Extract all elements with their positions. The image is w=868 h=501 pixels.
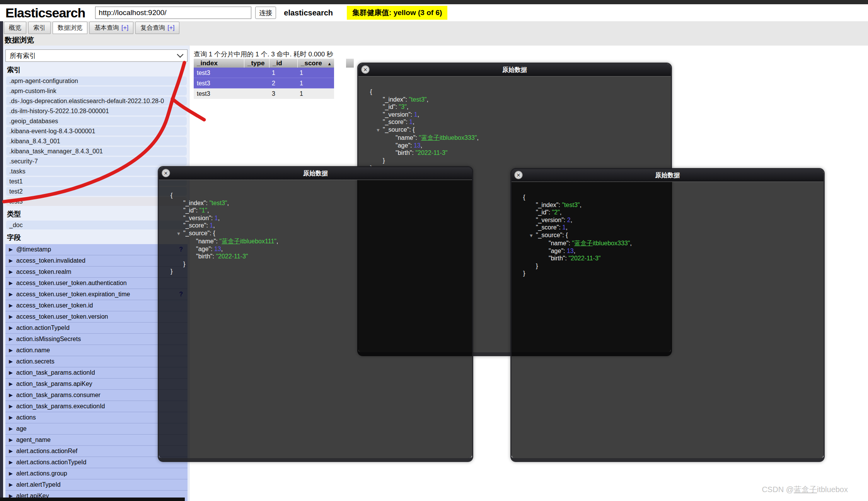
tab-compound-query[interactable]: 复合查询[+] bbox=[135, 22, 179, 34]
triangle-right-icon[interactable]: ▶ bbox=[9, 401, 13, 412]
dialog-title-bar[interactable]: ✕ 原始数据 bbox=[512, 169, 824, 182]
table-cell[interactable]: test3 bbox=[194, 88, 244, 99]
triangle-right-icon[interactable]: ▶ bbox=[9, 356, 13, 367]
table-cell[interactable]: 1 bbox=[297, 68, 333, 78]
raw-json-view: {"_index": "test3","_id": "2","_version"… bbox=[512, 182, 824, 458]
json-token: "2022-11-3" bbox=[216, 253, 248, 260]
triangle-right-icon[interactable]: ▶ bbox=[9, 423, 13, 434]
field-name: action_task_params.executionId bbox=[16, 403, 105, 409]
connect-button[interactable]: 连接 bbox=[255, 7, 276, 19]
json-token: "_version": bbox=[383, 111, 414, 118]
json-token: "_id": bbox=[383, 104, 399, 110]
index-item[interactable]: .kibana_8.4.3_001 bbox=[6, 137, 187, 146]
json-line: "_version": 1, bbox=[358, 111, 664, 119]
table-cell[interactable] bbox=[244, 78, 269, 88]
triangle-right-icon[interactable]: ▶ bbox=[9, 446, 13, 457]
json-token: "birth": bbox=[549, 255, 568, 262]
triangle-right-icon[interactable]: ▶ bbox=[9, 468, 13, 479]
index-item[interactable]: .ds-ilm-history-5-2022.10.28-000001 bbox=[6, 107, 187, 115]
table-cell[interactable] bbox=[244, 88, 269, 99]
triangle-right-icon[interactable]: ▶ bbox=[9, 379, 13, 389]
triangle-right-icon[interactable]: ▶ bbox=[9, 479, 13, 490]
index-item[interactable]: .apm-custom-link bbox=[6, 87, 187, 95]
table-cell[interactable]: test3 bbox=[194, 68, 244, 78]
field-row[interactable]: ▶alert.alertTypeId bbox=[5, 479, 188, 491]
triangle-right-icon[interactable]: ▶ bbox=[9, 289, 13, 300]
dialog-title-bar[interactable]: ✕ 原始数据 bbox=[358, 64, 671, 76]
json-token: "_index": bbox=[536, 202, 562, 208]
triangle-right-icon[interactable]: ▶ bbox=[9, 345, 13, 356]
json-token: itbluebox333" bbox=[440, 134, 477, 141]
new-tab-plus[interactable]: [+] bbox=[167, 24, 174, 31]
json-line: ▼"_source": { bbox=[159, 229, 465, 238]
index-item[interactable]: .kibana_task_manager_8.4.3_001 bbox=[6, 147, 187, 156]
tab-indices[interactable]: 索引 bbox=[28, 22, 51, 34]
triangle-right-icon[interactable]: ▶ bbox=[9, 300, 13, 311]
json-token: "birth": bbox=[396, 149, 415, 156]
json-line: "_version": 1, bbox=[159, 214, 465, 222]
index-filter-dropdown[interactable]: 所有索引 bbox=[5, 49, 188, 62]
column-header-index[interactable]: _index bbox=[194, 59, 244, 68]
table-cell[interactable] bbox=[244, 68, 269, 78]
table-cell[interactable]: test3 bbox=[194, 78, 244, 88]
triangle-right-icon[interactable]: ▶ bbox=[9, 390, 13, 401]
index-item[interactable]: .security-7 bbox=[6, 157, 187, 166]
triangle-right-icon[interactable]: ▶ bbox=[9, 244, 13, 255]
field-name: action_task_params.apiKey bbox=[16, 380, 92, 387]
table-row[interactable]: test321 bbox=[194, 78, 334, 88]
tab-overview[interactable]: 概览 bbox=[4, 22, 26, 34]
triangle-right-icon[interactable]: ▶ bbox=[9, 412, 13, 423]
triangle-right-icon[interactable]: ▶ bbox=[9, 457, 13, 468]
json-line: "birth": "2022-11-3" bbox=[358, 149, 664, 157]
close-icon[interactable]: ✕ bbox=[361, 65, 370, 74]
column-header-id[interactable]: _id bbox=[269, 59, 297, 68]
dialog-title-bar[interactable]: ✕ 原始数据 bbox=[159, 167, 472, 180]
triangle-right-icon[interactable]: ▶ bbox=[9, 278, 13, 289]
json-token: 1 bbox=[562, 224, 566, 231]
json-token: , bbox=[574, 248, 575, 254]
tab-data-browser[interactable]: 数据浏览 bbox=[53, 22, 87, 34]
json-token: "test3" bbox=[562, 202, 580, 208]
table-cell[interactable]: 1 bbox=[297, 78, 333, 88]
table-cell[interactable]: 3 bbox=[269, 88, 297, 99]
close-icon[interactable]: ✕ bbox=[162, 169, 170, 177]
field-name: action.name bbox=[16, 347, 50, 353]
new-tab-plus[interactable]: [+] bbox=[121, 24, 128, 31]
triangle-right-icon[interactable]: ▶ bbox=[9, 367, 13, 378]
json-token: 蓝盒子 bbox=[421, 134, 440, 141]
json-token: , bbox=[630, 240, 631, 246]
app-title: Elasticsearch bbox=[5, 5, 85, 20]
chevron-down-icon bbox=[177, 51, 184, 58]
triangle-right-icon[interactable]: ▶ bbox=[9, 311, 13, 322]
table-row[interactable]: test331 bbox=[194, 88, 334, 99]
close-icon[interactable]: ✕ bbox=[514, 171, 523, 179]
tab-basic-query[interactable]: 基本查询[+] bbox=[89, 22, 133, 34]
dialog-title: 原始数据 bbox=[655, 172, 680, 180]
table-cell[interactable]: 1 bbox=[297, 88, 333, 99]
table-cell[interactable]: 1 bbox=[269, 68, 297, 78]
column-header-type[interactable]: _type bbox=[244, 59, 269, 68]
table-cell[interactable]: 2 bbox=[269, 78, 297, 88]
triangle-right-icon[interactable]: ▶ bbox=[9, 334, 13, 345]
triangle-down-icon[interactable]: ▼ bbox=[376, 127, 383, 134]
triangle-right-icon[interactable]: ▶ bbox=[9, 255, 13, 266]
triangle-right-icon[interactable]: ▶ bbox=[9, 267, 13, 277]
index-item[interactable]: .apm-agent-configuration bbox=[6, 76, 187, 85]
column-header-score[interactable]: _score▲ bbox=[298, 59, 334, 68]
triangle-right-icon[interactable]: ▶ bbox=[9, 323, 13, 333]
table-row[interactable]: test311 bbox=[194, 68, 334, 78]
index-item[interactable]: .ds-.logs-deprecation.elasticsearch-defa… bbox=[6, 97, 187, 105]
json-line: { bbox=[159, 192, 465, 199]
triangle-right-icon[interactable]: ▶ bbox=[9, 435, 13, 445]
index-item[interactable]: .kibana-event-log-8.4.3-000001 bbox=[6, 127, 187, 136]
page-title: 数据浏览 bbox=[5, 35, 34, 45]
json-token: "2" bbox=[552, 209, 560, 216]
triangle-down-icon[interactable]: ▼ bbox=[529, 232, 536, 240]
triangle-down-icon[interactable]: ▼ bbox=[176, 230, 183, 238]
json-token: } bbox=[523, 270, 525, 277]
index-item[interactable]: .geoip_databases bbox=[6, 117, 187, 126]
server-url-input[interactable] bbox=[95, 7, 251, 19]
field-row[interactable]: ▶alert.actions.group bbox=[5, 468, 188, 479]
field-name: action.isMissingSecrets bbox=[16, 336, 81, 342]
json-token: "_source": { bbox=[536, 232, 568, 238]
